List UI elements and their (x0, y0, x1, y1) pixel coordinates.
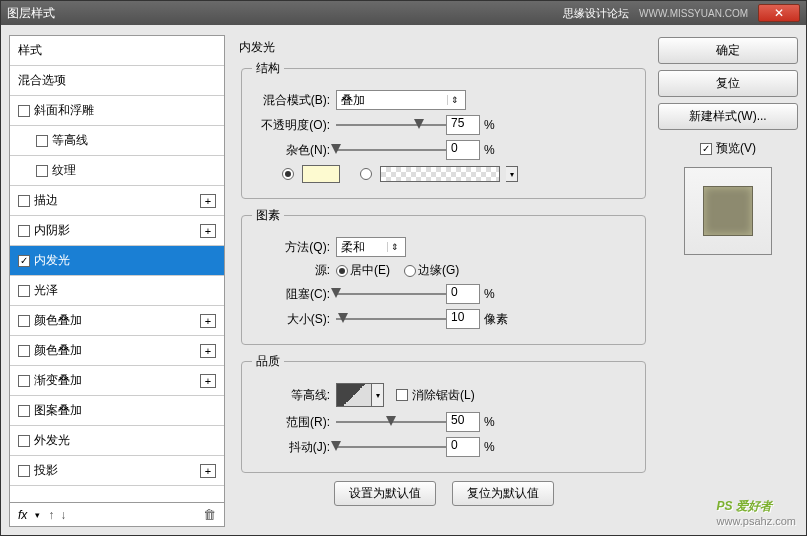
preview-box (684, 167, 772, 255)
style-item-contour[interactable]: 等高线 (10, 126, 224, 156)
arrow-up-icon[interactable]: ↑ (48, 508, 54, 522)
style-item-color-overlay1[interactable]: 颜色叠加 + (10, 306, 224, 336)
close-button[interactable]: ✕ (758, 4, 800, 22)
blend-label: 混合模式(B): (252, 92, 330, 109)
label: 光泽 (34, 282, 58, 299)
checkbox[interactable] (18, 375, 30, 387)
legend: 图素 (252, 207, 284, 224)
plus-icon[interactable]: + (200, 314, 216, 328)
label: 等高线 (52, 132, 88, 149)
label: 样式 (18, 42, 42, 59)
choke-input[interactable]: 0 (446, 284, 480, 304)
antialias-checkbox[interactable] (396, 389, 408, 401)
noise-label: 杂色(N): (252, 142, 330, 159)
jitter-label: 抖动(J): (252, 439, 330, 456)
opacity-slider[interactable] (336, 118, 446, 132)
range-label: 范围(R): (252, 414, 330, 431)
checkbox[interactable] (36, 165, 48, 177)
structure-group: 结构 混合模式(B): 叠加 ⇕ 不透明度(O): 75 % 杂色(N): (241, 60, 646, 199)
styles-panel: 样式 混合选项 斜面和浮雕 等高线 纹理 描边 + (9, 35, 225, 527)
center-label: 居中(E) (350, 262, 390, 279)
preview-checkbox[interactable] (700, 143, 712, 155)
plus-icon[interactable]: + (200, 344, 216, 358)
label: 颜色叠加 (34, 342, 82, 359)
unit: 像素 (484, 311, 508, 328)
opacity-input[interactable]: 75 (446, 115, 480, 135)
checkbox[interactable] (18, 315, 30, 327)
checkbox[interactable] (18, 345, 30, 357)
choke-slider[interactable] (336, 287, 446, 301)
size-input[interactable]: 10 (446, 309, 480, 329)
chevron-down-icon[interactable]: ▾ (506, 166, 518, 182)
choke-label: 阻塞(C): (252, 286, 330, 303)
method-combo[interactable]: 柔和 ⇕ (336, 237, 406, 257)
checkbox[interactable] (18, 225, 30, 237)
new-style-button[interactable]: 新建样式(W)... (658, 103, 798, 130)
jitter-input[interactable]: 0 (446, 437, 480, 457)
style-item-texture[interactable]: 纹理 (10, 156, 224, 186)
quality-group: 品质 等高线: ▾ 消除锯齿(L) 范围(R): 50 % 抖动(J): (241, 353, 646, 473)
ok-button[interactable]: 确定 (658, 37, 798, 64)
chevron-down-icon[interactable]: ▾ (35, 510, 40, 520)
style-item-inner-glow[interactable]: 内发光 (10, 246, 224, 276)
unit: % (484, 440, 495, 454)
checkbox[interactable] (18, 465, 30, 477)
forum-url: WWW.MISSYUAN.COM (639, 8, 748, 19)
elements-group: 图素 方法(Q): 柔和 ⇕ 源: 居中(E) 边缘(G) 阻塞(C): (241, 207, 646, 345)
style-item-drop-shadow[interactable]: 投影 + (10, 456, 224, 486)
sidebar-footer: fx ▾ ↑ ↓ 🗑 (10, 502, 224, 526)
label: 描边 (34, 192, 58, 209)
plus-icon[interactable]: + (200, 224, 216, 238)
unit: % (484, 287, 495, 301)
trash-icon[interactable]: 🗑 (203, 507, 216, 522)
label: 混合选项 (18, 72, 66, 89)
style-item-satin[interactable]: 光泽 (10, 276, 224, 306)
checkbox[interactable] (18, 195, 30, 207)
contour-picker[interactable] (336, 383, 372, 407)
source-edge-radio[interactable] (404, 265, 416, 277)
sidebar-header-blending[interactable]: 混合选项 (10, 66, 224, 96)
color-swatch[interactable] (302, 165, 340, 183)
sidebar-header-styles[interactable]: 样式 (10, 36, 224, 66)
noise-input[interactable]: 0 (446, 140, 480, 160)
checkbox[interactable] (18, 105, 30, 117)
range-input[interactable]: 50 (446, 412, 480, 432)
checkbox[interactable] (36, 135, 48, 147)
watermark-url: www.psahz.com (717, 515, 796, 527)
gradient-picker[interactable] (380, 166, 500, 182)
cancel-button[interactable]: 复位 (658, 70, 798, 97)
checkbox[interactable] (18, 405, 30, 417)
style-item-bevel[interactable]: 斜面和浮雕 (10, 96, 224, 126)
plus-icon[interactable]: + (200, 464, 216, 478)
window-title: 图层样式 (7, 5, 55, 22)
noise-slider[interactable] (336, 143, 446, 157)
unit: % (484, 415, 495, 429)
reset-default-button[interactable]: 复位为默认值 (452, 481, 554, 506)
edge-label: 边缘(G) (418, 262, 459, 279)
make-default-button[interactable]: 设置为默认值 (334, 481, 436, 506)
plus-icon[interactable]: + (200, 374, 216, 388)
label: 投影 (34, 462, 58, 479)
checkbox[interactable] (18, 255, 30, 267)
plus-icon[interactable]: + (200, 194, 216, 208)
color-radio[interactable] (282, 168, 294, 180)
chevron-down-icon[interactable]: ▾ (372, 383, 384, 407)
arrow-down-icon[interactable]: ↓ (60, 508, 66, 522)
source-center-radio[interactable] (336, 265, 348, 277)
blend-mode-combo[interactable]: 叠加 ⇕ (336, 90, 466, 110)
style-item-stroke[interactable]: 描边 + (10, 186, 224, 216)
gradient-radio[interactable] (360, 168, 372, 180)
fx-menu[interactable]: fx (18, 508, 27, 522)
label: 颜色叠加 (34, 312, 82, 329)
range-slider[interactable] (336, 415, 446, 429)
style-item-pattern-overlay[interactable]: 图案叠加 (10, 396, 224, 426)
size-slider[interactable] (336, 312, 446, 326)
style-item-gradient-overlay[interactable]: 渐变叠加 + (10, 366, 224, 396)
checkbox[interactable] (18, 435, 30, 447)
label: 斜面和浮雕 (34, 102, 94, 119)
jitter-slider[interactable] (336, 440, 446, 454)
style-item-color-overlay2[interactable]: 颜色叠加 + (10, 336, 224, 366)
style-item-inner-shadow[interactable]: 内阴影 + (10, 216, 224, 246)
style-item-outer-glow[interactable]: 外发光 (10, 426, 224, 456)
checkbox[interactable] (18, 285, 30, 297)
